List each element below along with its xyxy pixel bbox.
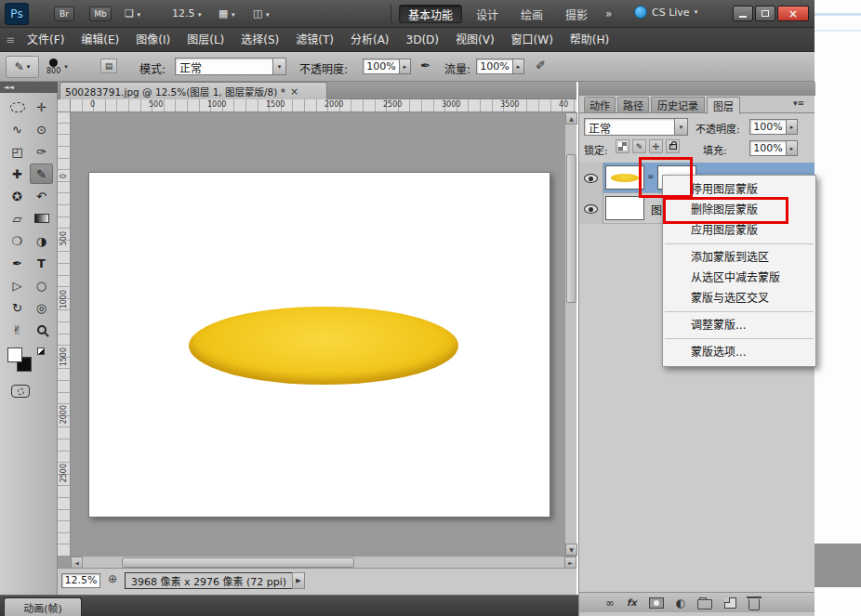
- menu-filter[interactable]: 滤镜(T): [287, 28, 342, 52]
- vertical-scroll-thumb[interactable]: [566, 154, 576, 303]
- slider-arrow-icon[interactable]: ▸: [513, 59, 524, 74]
- layer-fill-field[interactable]: 100% ▸: [749, 140, 798, 156]
- horizontal-scrollbar[interactable]: ◄ ►: [71, 556, 576, 568]
- mini-bridge-button[interactable]: Mb: [89, 7, 112, 21]
- zoom-level-control[interactable]: 12.5 ▾: [172, 7, 202, 20]
- menu-layer[interactable]: 图层(L): [179, 28, 232, 52]
- menu-item-mask-options[interactable]: 蒙版选项...: [663, 342, 815, 362]
- workspace-photography[interactable]: 摄影: [557, 5, 596, 23]
- animation-panel-tab[interactable]: 动画(帧): [4, 597, 82, 616]
- adjustment-layer-button[interactable]: ◐: [676, 596, 685, 609]
- menu-item-intersect-mask-with-selection[interactable]: 蒙版与选区交叉: [663, 288, 815, 308]
- foreground-color-swatch[interactable]: [7, 347, 22, 362]
- vertical-scrollbar[interactable]: ▲ ▼: [564, 112, 576, 556]
- zoom-percent-field[interactable]: 12.5%: [61, 573, 100, 588]
- blend-mode-dropdown[interactable]: 正常 ▾: [175, 58, 286, 75]
- screen-mode-button[interactable]: ◫ ▾: [253, 7, 269, 20]
- clone-stamp-tool[interactable]: ✪: [6, 186, 29, 206]
- lock-transparency-button[interactable]: [616, 139, 629, 153]
- menu-window[interactable]: 窗口(W): [503, 28, 562, 52]
- status-options-button[interactable]: ▶: [292, 572, 305, 589]
- slider-arrow-icon[interactable]: ▸: [787, 140, 798, 156]
- history-brush-tool[interactable]: ↶: [30, 186, 53, 206]
- pen-tool[interactable]: ✒: [6, 253, 29, 273]
- lock-pixels-button[interactable]: ✎: [632, 139, 646, 153]
- toggle-brush-panel-button[interactable]: ▤: [100, 59, 117, 73]
- canvas-viewport[interactable]: [71, 112, 564, 556]
- brush-size-picker[interactable]: 800 ▾: [46, 54, 87, 79]
- 3d-rotate-tool[interactable]: ↻: [6, 297, 29, 318]
- add-layer-mask-button[interactable]: [649, 597, 664, 609]
- link-layers-button[interactable]: ∞: [605, 596, 615, 609]
- path-selection-tool[interactable]: ▷: [6, 275, 29, 295]
- tablet-pressure-opacity-icon[interactable]: ✒: [420, 59, 430, 72]
- layer-thumbnail[interactable]: [605, 196, 644, 220]
- menu-item-refine-mask[interactable]: 调整蒙版...: [663, 315, 815, 335]
- lock-all-button[interactable]: [666, 139, 680, 153]
- brush-tool[interactable]: ✎: [30, 164, 53, 184]
- close-button[interactable]: ×: [777, 6, 809, 21]
- elliptical-marquee-tool[interactable]: [6, 97, 29, 117]
- visibility-cell[interactable]: [579, 193, 603, 224]
- new-layer-button[interactable]: [724, 597, 736, 609]
- workspace-essentials[interactable]: 基本功能: [399, 5, 462, 23]
- layer-style-button[interactable]: fx: [627, 597, 637, 608]
- visibility-cell[interactable]: [579, 163, 603, 193]
- new-group-button[interactable]: [697, 599, 712, 609]
- ruler-corner[interactable]: [58, 99, 71, 112]
- lasso-tool[interactable]: ∿: [6, 119, 29, 139]
- quick-mask-button[interactable]: [11, 385, 30, 398]
- tab-paths[interactable]: 路径: [617, 97, 649, 112]
- zoom-tool[interactable]: [30, 320, 53, 340]
- menu-image[interactable]: 图像(I): [127, 28, 179, 52]
- workspace-overflow-button[interactable]: »: [602, 5, 616, 23]
- layer-opacity-field[interactable]: 100% ▸: [749, 119, 798, 135]
- menu-select[interactable]: 选择(S): [232, 28, 287, 52]
- slider-arrow-icon[interactable]: ▸: [787, 119, 798, 135]
- crop-tool[interactable]: ◰: [6, 141, 29, 162]
- menu-edit[interactable]: 编辑(E): [73, 28, 127, 52]
- menu-item-subtract-mask-from-selection[interactable]: 从选区中减去蒙版: [663, 268, 815, 288]
- view-extras-button[interactable]: ▦ ▾: [219, 7, 234, 20]
- menu-help[interactable]: 帮助(H): [562, 28, 617, 52]
- quick-selection-tool[interactable]: ⊙: [30, 119, 53, 139]
- tool-preset-picker[interactable]: ✎▾: [6, 56, 39, 78]
- flow-field[interactable]: 100% ▸: [476, 59, 524, 74]
- menu-analysis[interactable]: 分析(A): [342, 28, 398, 52]
- launcher-icon[interactable]: ❏ ▾: [125, 7, 140, 20]
- spot-healing-brush-tool[interactable]: ✚: [6, 164, 29, 184]
- menu-item-add-mask-to-selection[interactable]: 添加蒙版到选区: [663, 247, 815, 268]
- 3d-camera-tool[interactable]: ◎: [30, 297, 53, 318]
- default-colors-icon[interactable]: [37, 347, 45, 355]
- type-tool[interactable]: T: [30, 253, 53, 273]
- scroll-down-button[interactable]: ▼: [565, 544, 577, 556]
- lock-position-button[interactable]: ✛: [649, 139, 663, 153]
- blur-tool[interactable]: ❍: [6, 230, 29, 251]
- delete-layer-button[interactable]: [748, 599, 760, 610]
- menu-file[interactable]: 文件(F): [19, 28, 73, 52]
- tab-actions[interactable]: 动作: [584, 97, 616, 112]
- tools-collapse-strip[interactable]: ◄◄: [0, 82, 58, 93]
- maximize-button[interactable]: [755, 6, 775, 21]
- gradient-tool[interactable]: [30, 208, 53, 229]
- document-page[interactable]: [88, 172, 550, 518]
- tab-close-icon[interactable]: ×: [290, 85, 298, 98]
- eraser-tool[interactable]: ▱: [6, 208, 29, 229]
- cs-live-button[interactable]: CS Live ▾: [634, 6, 697, 19]
- tab-layers[interactable]: 图层: [707, 97, 740, 114]
- workspace-painting[interactable]: 绘画: [512, 5, 551, 23]
- horizontal-scroll-thumb[interactable]: [122, 557, 354, 568]
- document-tab[interactable]: 500283791.jpg @ 12.5%(图层 1, 图层蒙版/8) * ×: [60, 82, 327, 99]
- move-tool[interactable]: ✛: [30, 97, 53, 117]
- menu-3d[interactable]: 3D(D): [398, 28, 447, 52]
- tab-history[interactable]: 历史记录: [651, 97, 705, 112]
- opacity-field[interactable]: 100% ▸: [363, 59, 411, 74]
- eyedropper-tool[interactable]: ✑: [30, 141, 53, 162]
- workspace-design[interactable]: 设计: [468, 5, 507, 23]
- dodge-tool[interactable]: ◑: [30, 230, 53, 251]
- menu-view[interactable]: 视图(V): [447, 28, 503, 52]
- panel-menu-button[interactable]: ▾≡: [793, 98, 804, 108]
- bridge-button[interactable]: Br: [54, 7, 74, 21]
- hand-tool[interactable]: ✌: [6, 320, 29, 340]
- minimize-button[interactable]: [733, 6, 753, 21]
